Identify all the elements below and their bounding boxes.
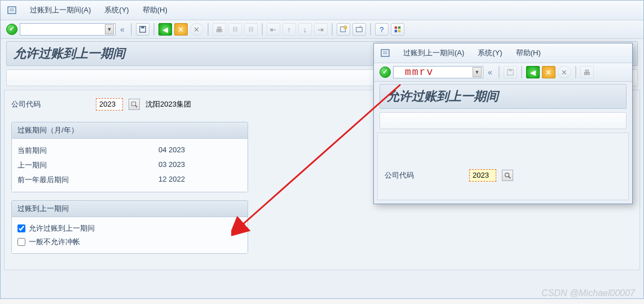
menu-bar: 过账到上一期间(A) 系统(Y) 帮助(H) <box>1 1 643 20</box>
separator <box>262 23 263 36</box>
prev-period-row: 上一期间 03 2023 <box>17 158 242 173</box>
svg-rect-7 <box>249 27 250 32</box>
new-session-button[interactable] <box>337 23 350 36</box>
collapse-icon[interactable]: « <box>118 25 127 34</box>
post-prev-period-group: 过账到上一期间 允许过账到上一期间 一般不允许冲帐 <box>11 200 248 254</box>
main-toolbar: ▼ « ◀ ✕ ✕ 🖶 ⇤ ↑ ↓ ⇥ ? <box>1 20 643 39</box>
save-button <box>504 66 517 78</box>
overlay-company-label: 公司代码 <box>385 170 464 180</box>
menu-posting[interactable]: 过账到上一期间(A) <box>30 5 91 15</box>
chevron-down-icon[interactable]: ▼ <box>105 24 114 34</box>
menu-icon[interactable] <box>7 6 16 15</box>
help-button[interactable]: ? <box>375 23 389 36</box>
shortcut-button[interactable] <box>352 23 366 36</box>
customize-button[interactable] <box>391 23 404 36</box>
svg-rect-5 <box>233 27 235 32</box>
row-value: 03 2023 <box>158 160 185 170</box>
company-code-label: 公司代码 <box>11 99 90 109</box>
separator <box>131 23 132 36</box>
print-button: 🖶 <box>580 66 594 78</box>
separator <box>370 23 371 36</box>
enter-button[interactable] <box>6 24 17 35</box>
watermark: CSDN @Michael00007 <box>541 288 635 298</box>
posting-period-group: 过账期间（月/年） 当前期间 04 2023 上一期间 03 2023 前一年最… <box>11 122 248 192</box>
svg-line-17 <box>135 105 137 107</box>
overlay-content: 公司代码 2023 <box>377 133 629 200</box>
row-label: 上一期间 <box>17 160 158 170</box>
search-help-icon[interactable] <box>502 170 513 181</box>
menu-system[interactable]: 系统(Y) <box>478 48 502 58</box>
svg-rect-12 <box>395 27 397 29</box>
next-page-button: ↓ <box>298 23 312 36</box>
svg-rect-16 <box>132 102 136 106</box>
no-reverse-label: 一般不允许冲帐 <box>29 237 80 247</box>
separator <box>208 23 209 36</box>
row-value: 12 2022 <box>158 175 185 185</box>
exit-button[interactable]: ✕ <box>542 66 555 78</box>
overlay-menu-bar: 过账到上一期间(A) 系统(Y) 帮助(H) <box>374 43 632 63</box>
find-button <box>228 23 242 36</box>
command-field[interactable]: mmrv ▼ <box>393 66 483 78</box>
command-field[interactable]: ▼ <box>20 23 116 36</box>
print-button: 🖶 <box>213 23 226 36</box>
svg-rect-18 <box>381 50 389 56</box>
allow-prev-label: 允许过账到上一期间 <box>29 223 95 233</box>
allow-prev-checkbox[interactable] <box>17 224 25 232</box>
save-button[interactable] <box>136 23 149 36</box>
enter-button[interactable] <box>380 67 391 78</box>
svg-line-24 <box>509 177 510 178</box>
company-code-input[interactable]: 2023 <box>96 98 123 111</box>
svg-rect-11 <box>356 28 363 32</box>
overlay-app-toolbar <box>380 112 627 129</box>
collapse-icon[interactable]: « <box>486 68 495 77</box>
separator <box>153 23 155 36</box>
overlay-toolbar: mmrv ▼ « ◀ ✕ ✕ 🖶 <box>374 63 632 82</box>
svg-rect-8 <box>252 27 253 32</box>
menu-system[interactable]: 系统(Y) <box>104 5 129 15</box>
menu-icon[interactable] <box>381 49 390 58</box>
chevron-down-icon[interactable]: ▼ <box>473 67 482 77</box>
separator <box>521 66 522 78</box>
current-period-row: 当前期间 04 2023 <box>17 143 242 158</box>
overlay-company-input[interactable]: 2023 <box>469 169 496 182</box>
search-help-icon[interactable] <box>129 99 140 110</box>
last-year-period-row: 前一年最后期间 12 2022 <box>17 173 242 187</box>
svg-rect-15 <box>398 30 400 32</box>
find-next-button <box>244 23 258 36</box>
row-label: 当前期间 <box>17 146 158 156</box>
overlay-window: 过账到上一期间(A) 系统(Y) 帮助(H) mmrv ▼ « ◀ ✕ ✕ 🖶 … <box>373 43 633 204</box>
separator <box>499 66 500 78</box>
svg-rect-4 <box>141 27 144 29</box>
posting-period-header: 过账期间（月/年） <box>12 122 248 139</box>
last-page-button: ⇥ <box>314 23 328 36</box>
svg-rect-13 <box>398 27 400 29</box>
post-prev-header: 过账到上一期间 <box>12 201 248 217</box>
first-page-button: ⇤ <box>267 23 280 36</box>
svg-rect-0 <box>8 7 16 14</box>
back-button[interactable]: ◀ <box>158 23 172 36</box>
cancel-button: ✕ <box>190 23 204 36</box>
separator <box>332 23 333 36</box>
row-label: 前一年最后期间 <box>17 175 158 185</box>
svg-point-10 <box>344 26 347 29</box>
row-value: 04 2023 <box>158 146 185 156</box>
svg-rect-6 <box>236 27 237 32</box>
overlay-page-title: 允许过账到上一期间 <box>380 84 627 109</box>
exit-button[interactable]: ✕ <box>174 23 188 36</box>
prev-page-button: ↑ <box>283 23 296 36</box>
no-reverse-checkbox[interactable] <box>17 238 25 246</box>
separator <box>575 66 576 78</box>
back-button[interactable]: ◀ <box>526 66 540 78</box>
menu-help[interactable]: 帮助(H) <box>516 48 541 58</box>
command-text: mmrv <box>396 67 434 78</box>
svg-point-23 <box>505 173 509 177</box>
menu-help[interactable]: 帮助(H) <box>143 5 167 15</box>
cancel-button: ✕ <box>558 66 571 78</box>
company-name: 沈阳2023集团 <box>145 99 191 109</box>
svg-rect-22 <box>509 69 511 72</box>
svg-rect-14 <box>395 30 397 32</box>
menu-posting[interactable]: 过账到上一期间(A) <box>403 48 464 58</box>
